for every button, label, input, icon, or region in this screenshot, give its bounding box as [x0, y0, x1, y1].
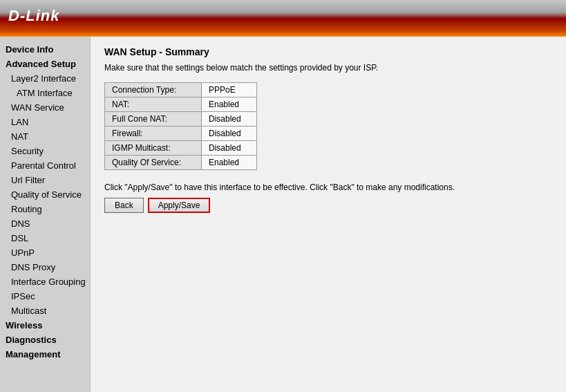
sidebar-item-routing[interactable]: Routing	[0, 202, 90, 216]
action-text: Click "Apply/Save" to have this interfac…	[104, 183, 552, 192]
sidebar-item-nat[interactable]: NAT	[0, 129, 90, 144]
table-cell-value: Disabled	[202, 141, 257, 156]
content-area: WAN Setup - Summary Make sure that the s…	[90, 37, 566, 392]
header: D-Link	[0, 0, 566, 31]
sidebar-item-layer2-interface[interactable]: Layer2 Interface	[0, 71, 90, 86]
logo: D-Link	[8, 7, 59, 25]
sidebar-item-interface-grouping[interactable]: Interface Grouping	[0, 274, 90, 289]
sidebar-item-management[interactable]: Management	[0, 347, 90, 362]
table-cell-value: Disabled	[202, 112, 257, 127]
table-row: NAT:Enabled	[105, 97, 257, 112]
table-cell-label: Connection Type:	[105, 83, 202, 97]
table-cell-value: Enabled	[202, 97, 257, 112]
table-cell-label: Quality Of Service:	[105, 156, 202, 170]
table-cell-label: NAT:	[105, 97, 202, 112]
table-row: Connection Type:PPPoE	[105, 83, 257, 97]
sidebar-item-atm-interface[interactable]: ATM Interface	[0, 86, 90, 100]
page-subtitle: Make sure that the settings below match …	[104, 63, 552, 73]
summary-table: Connection Type:PPPoENAT:EnabledFull Con…	[104, 82, 257, 170]
sidebar-item-advanced-setup[interactable]: Advanced Setup	[0, 57, 90, 71]
sidebar-item-wan-service[interactable]: WAN Service	[0, 100, 90, 115]
apply-save-button[interactable]: Apply/Save	[148, 198, 211, 213]
main-layout: Device InfoAdvanced SetupLayer2 Interfac…	[0, 37, 566, 392]
back-button[interactable]: Back	[104, 198, 144, 213]
sidebar-item-dns-proxy[interactable]: DNS Proxy	[0, 260, 90, 274]
sidebar-item-dns[interactable]: DNS	[0, 216, 90, 231]
sidebar: Device InfoAdvanced SetupLayer2 Interfac…	[0, 37, 90, 392]
table-cell-label: IGMP Multicast:	[105, 141, 202, 156]
table-cell-value: PPPoE	[202, 83, 257, 97]
button-row: Back Apply/Save	[104, 198, 552, 213]
table-cell-label: Full Cone NAT:	[105, 112, 202, 127]
sidebar-item-wireless[interactable]: Wireless	[0, 318, 90, 333]
sidebar-item-diagnostics[interactable]: Diagnostics	[0, 333, 90, 347]
table-cell-value: Disabled	[202, 127, 257, 141]
table-row: IGMP Multicast:Disabled	[105, 141, 257, 156]
sidebar-item-multicast[interactable]: Multicast	[0, 304, 90, 318]
sidebar-item-parental-control[interactable]: Parental Control	[0, 158, 90, 173]
sidebar-item-ipsec[interactable]: IPSec	[0, 289, 90, 304]
sidebar-item-upnp[interactable]: UPnP	[0, 245, 90, 260]
table-row: Full Cone NAT:Disabled	[105, 112, 257, 127]
table-cell-value: Enabled	[202, 156, 257, 170]
sidebar-item-security[interactable]: Security	[0, 144, 90, 158]
sidebar-item-quality-of-service[interactable]: Quality of Service	[0, 187, 90, 202]
table-row: Quality Of Service:Enabled	[105, 156, 257, 170]
sidebar-item-device-info[interactable]: Device Info	[0, 42, 90, 57]
table-row: Firewall:Disabled	[105, 127, 257, 141]
orange-bar	[0, 31, 566, 37]
sidebar-item-lan[interactable]: LAN	[0, 115, 90, 129]
page-title: WAN Setup - Summary	[104, 46, 552, 57]
sidebar-item-url-filter[interactable]: Url Filter	[0, 173, 90, 187]
sidebar-item-dsl[interactable]: DSL	[0, 231, 90, 245]
table-cell-label: Firewall:	[105, 127, 202, 141]
